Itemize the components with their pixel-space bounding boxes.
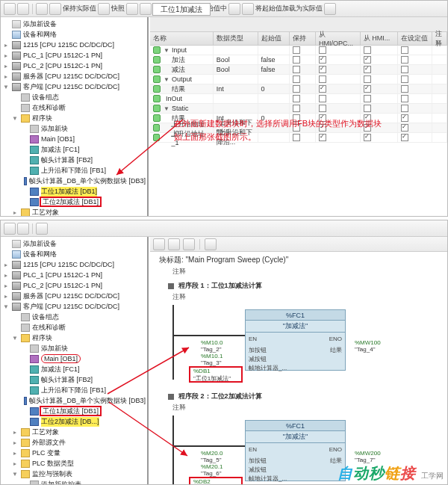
tree-node[interactable]: ▸服务器 [CPU 1215C DC/DC/DC] (1, 71, 147, 81)
tree-node[interactable]: ▸1215 [CPU 1215C DC/DC/DC] (1, 40, 147, 50)
tree-toggle-icon[interactable] (20, 177, 22, 185)
tree-node[interactable]: 在线和诊断 (1, 322, 147, 333)
toolbar-btn[interactable] (17, 3, 29, 15)
tree-toggle-icon[interactable] (20, 407, 28, 415)
grid-row[interactable]: ▼Output (150, 75, 447, 84)
tree-node[interactable]: 工位1加减法 [DB1] (1, 406, 147, 416)
grid-row[interactable]: 结果Int0 (150, 84, 447, 94)
toolbar-btn[interactable] (242, 3, 254, 15)
toolbar-btn[interactable] (98, 3, 110, 15)
tree-toggle-icon[interactable] (2, 31, 10, 38)
tree-toggle-icon[interactable] (20, 481, 28, 484)
project-tree[interactable]: 添加新设备设备和网络▸1215 [CPU 1215C DC/DC/DC]▸PLC… (1, 17, 147, 216)
tree-toggle-icon[interactable] (20, 167, 28, 174)
tree-node[interactable]: 添加新设备 (1, 19, 147, 29)
tree-node[interactable]: ▸工艺对象 (1, 427, 147, 437)
network-header[interactable]: 程序段 1：工位1加减法计算 (168, 281, 447, 291)
tree-toggle-icon[interactable]: ▼ (11, 470, 19, 478)
tree-node[interactable]: 添加新块 (1, 123, 147, 134)
tree-node[interactable]: 添加新监控表 (1, 479, 147, 484)
tree-toggle-icon[interactable] (11, 93, 19, 101)
tree-node[interactable]: 设备和网络 (1, 249, 147, 259)
tree-node[interactable]: ▸PLC_1 [CPU 1512C-1 PN] (1, 50, 147, 61)
tree-node[interactable]: 工位1加减法 [DB1] (1, 186, 147, 197)
tree-toggle-icon[interactable]: ▸ (2, 72, 10, 80)
tree-toggle-icon[interactable] (20, 386, 28, 394)
tree-toggle-icon[interactable]: ▸ (2, 261, 10, 268)
network-header[interactable]: 程序段 2：工位2加减法计算 (168, 392, 447, 401)
tree-toggle-icon[interactable] (20, 365, 28, 373)
tree-toggle-icon[interactable]: ▼ (11, 114, 19, 122)
tree-toggle-icon[interactable] (20, 345, 28, 352)
tree-toggle-icon[interactable]: ▼ (11, 334, 19, 342)
tree-node[interactable]: 加减法 [FC1] (1, 364, 147, 374)
tree-toggle-icon[interactable]: ▸ (11, 208, 19, 216)
tree-toggle-icon[interactable] (20, 376, 28, 383)
grid-header-cell[interactable]: 保持 (290, 32, 316, 45)
tree-node[interactable]: 设备组态 (1, 312, 147, 322)
tree-toggle-icon[interactable] (20, 146, 28, 153)
tree-toggle-icon[interactable] (20, 135, 28, 143)
grid-row[interactable]: ▼Input (150, 46, 447, 55)
tree-toggle-icon[interactable] (2, 20, 10, 28)
block-title-tab[interactable]: 工位1加减法 (152, 3, 211, 16)
tree-toggle-icon[interactable] (2, 250, 10, 258)
tree-toggle-icon[interactable]: ▼ (2, 303, 10, 310)
tree-node[interactable]: 上升沿和下降沿 [FB1] (1, 165, 147, 176)
tree-toggle-icon[interactable]: ▸ (2, 62, 10, 69)
grid-header-cell[interactable]: 数据类型 (214, 32, 258, 45)
tree-node[interactable]: 工位2加减法 [DB1] (1, 197, 147, 207)
tree-node[interactable]: ▸PLC 数据类型 (1, 458, 147, 469)
toolbar-btn[interactable] (4, 3, 16, 15)
toolbar-btn[interactable] (228, 3, 240, 15)
grid-row[interactable]: ▼Static (150, 104, 447, 114)
tree-toggle-icon[interactable] (20, 198, 28, 206)
toolbar-btn[interactable] (153, 238, 165, 250)
tree-node[interactable]: 设备组态 (1, 92, 147, 102)
tree-toggle-icon[interactable]: ▸ (2, 282, 10, 289)
toolbar-btn[interactable] (324, 3, 336, 15)
tree-toggle-icon[interactable]: ▼ (2, 83, 10, 90)
tree-toggle-icon[interactable]: ▸ (2, 271, 10, 279)
grid-row[interactable]: 加法Boolfalse (150, 55, 447, 65)
tree-node[interactable]: ▼程序块 (1, 333, 147, 343)
tree-node[interactable]: Main [OB1] (1, 134, 147, 144)
toolbar-btn[interactable] (4, 223, 16, 235)
grid-header-cell[interactable]: 起始值 (258, 32, 290, 45)
collapse-icon[interactable] (168, 394, 174, 400)
tree-node[interactable]: 设备和网络 (1, 29, 147, 40)
grid-row[interactable]: InOut (150, 94, 447, 104)
tree-node[interactable]: ▸外部源文件 (1, 437, 147, 448)
tree-toggle-icon[interactable] (11, 324, 19, 331)
tree-toggle-icon[interactable] (2, 240, 10, 247)
grid-header-cell[interactable]: 注释 (432, 32, 447, 45)
toolbar-btn[interactable] (36, 223, 48, 235)
tree-node[interactable]: ▼客户端 [CPU 1215C DC/DC/DC] (1, 301, 147, 312)
grid-header-cell[interactable]: 在设定值 (398, 32, 432, 45)
tree-node[interactable]: 在线和诊断 (1, 102, 147, 113)
tree-toggle-icon[interactable]: ▸ (11, 439, 19, 446)
tree-toggle-icon[interactable] (20, 418, 28, 425)
grid-header-cell[interactable]: 名称 (150, 32, 214, 45)
tree-toggle-icon[interactable] (20, 188, 28, 195)
tree-toggle-icon[interactable] (11, 104, 19, 111)
tree-node[interactable]: 帧头计算器 [FB2] (1, 374, 147, 385)
tree-node[interactable]: 添加新设备 (1, 238, 147, 249)
ladder-network-1[interactable]: %FC1 "加减法" EN ENO 加按钮 结果 减按钮 帧地计算器_... %… (172, 305, 447, 387)
tree-node[interactable]: ▸服务器 [CPU 1215C DC/DC/DC] (1, 291, 147, 301)
tree-toggle-icon[interactable]: ▸ (2, 292, 10, 300)
tree-node[interactable]: 添加新块 (1, 343, 147, 353)
tree-toggle-icon[interactable]: ▸ (11, 460, 19, 467)
tree-node[interactable]: ▸PLC_1 [CPU 1512C-1 PN] (1, 270, 147, 280)
tree-toggle-icon[interactable]: ▸ (2, 52, 10, 59)
tree-node[interactable]: ▸PLC_2 [CPU 1512C-1 PN] (1, 280, 147, 291)
tree-toggle-icon[interactable] (20, 397, 22, 404)
fb-call-box[interactable]: %FC1 "加减法" EN ENO 加按钮 结果 减按钮 帧地计算器_... (245, 420, 346, 481)
tree-node[interactable]: ▸PLC 变量 (1, 448, 147, 458)
tree-node[interactable]: 帧头计算器_DB_单个实例数据块 [DB3] (1, 176, 147, 186)
toolbar-btn[interactable] (140, 3, 152, 15)
tree-node[interactable]: ▸1215 [CPU 1215C DC/DC/DC] (1, 259, 147, 270)
tree-node[interactable]: 上升沿和下降沿 [FB1] (1, 385, 147, 395)
tree-node[interactable]: 加减法 [FC1] (1, 144, 147, 155)
tree-node[interactable]: Main [OB1] (1, 353, 147, 364)
